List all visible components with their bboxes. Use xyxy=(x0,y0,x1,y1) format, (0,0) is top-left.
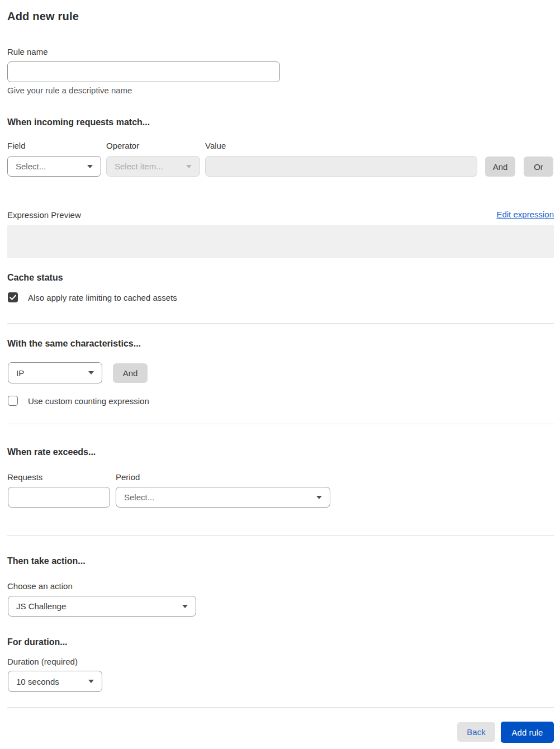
period-select-value: Select... xyxy=(124,492,154,502)
period-label: Period xyxy=(116,472,140,482)
rule-name-label: Rule name xyxy=(7,47,48,56)
section-divider xyxy=(7,707,554,708)
duration-heading: For duration... xyxy=(7,637,68,647)
duration-label: Duration (required) xyxy=(7,657,78,666)
operator-label: Operator xyxy=(106,141,139,150)
edit-expression-link[interactable]: Edit expression xyxy=(496,210,554,219)
cache-checkbox[interactable] xyxy=(8,292,18,302)
characteristic-select-value: IP xyxy=(16,368,24,378)
chevron-down-icon xyxy=(87,165,93,168)
chevron-down-icon xyxy=(88,371,94,374)
match-or-button[interactable]: Or xyxy=(524,157,553,177)
value-label: Value xyxy=(205,141,226,150)
custom-counting-checkbox[interactable] xyxy=(8,396,18,406)
expression-preview-label: Expression Preview xyxy=(7,210,81,220)
chevron-down-icon xyxy=(316,496,322,499)
field-select[interactable]: Select... xyxy=(7,156,101,177)
duration-select-value: 10 seconds xyxy=(16,677,59,686)
period-select[interactable]: Select... xyxy=(116,487,330,508)
add-rule-form: Add new rule Rule name Give your rule a … xyxy=(0,0,560,749)
operator-select: Select item... xyxy=(106,156,200,177)
field-select-value: Select... xyxy=(16,162,46,171)
choose-action-label: Choose an action xyxy=(7,581,73,591)
match-section-heading: When incoming requests match... xyxy=(7,117,150,127)
characteristics-and-button[interactable]: And xyxy=(113,363,148,383)
add-rule-button[interactable]: Add rule xyxy=(501,722,554,743)
operator-select-value: Select item... xyxy=(115,162,163,171)
rule-name-input[interactable] xyxy=(7,61,280,82)
value-input xyxy=(205,156,477,177)
requests-label: Requests xyxy=(7,472,42,482)
characteristic-select[interactable]: IP xyxy=(8,362,102,383)
match-and-button[interactable]: And xyxy=(485,157,515,177)
chevron-down-icon xyxy=(88,680,94,683)
duration-select[interactable]: 10 seconds xyxy=(8,671,102,692)
chevron-down-icon xyxy=(182,605,188,608)
rule-name-help: Give your rule a descriptive name xyxy=(7,86,132,95)
section-divider xyxy=(7,424,554,424)
section-divider xyxy=(7,323,554,324)
checkmark-icon xyxy=(10,295,16,300)
cache-checkbox-label: Also apply rate limiting to cached asset… xyxy=(28,293,177,302)
chevron-down-icon xyxy=(186,165,192,168)
action-select[interactable]: JS Challenge xyxy=(8,596,196,617)
section-divider xyxy=(7,535,554,536)
page-title: Add new rule xyxy=(7,10,79,23)
requests-input[interactable] xyxy=(8,487,110,508)
characteristics-heading: With the same characteristics... xyxy=(7,339,141,349)
custom-counting-label: Use custom counting expression xyxy=(28,396,149,406)
action-heading: Then take action... xyxy=(7,556,86,566)
cache-status-heading: Cache status xyxy=(7,273,63,283)
expression-preview-box xyxy=(7,225,554,258)
back-button[interactable]: Back xyxy=(457,722,495,742)
action-select-value: JS Challenge xyxy=(16,601,66,611)
field-label: Field xyxy=(7,141,26,150)
rate-heading: When rate exceeds... xyxy=(7,447,96,457)
